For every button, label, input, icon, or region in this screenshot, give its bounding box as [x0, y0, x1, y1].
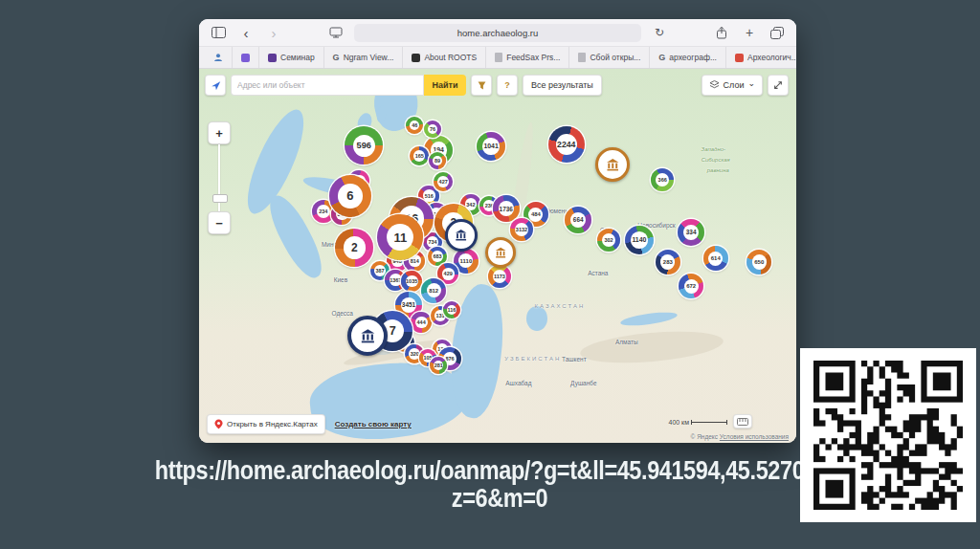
filter-button[interactable]	[471, 75, 492, 96]
back-button[interactable]: ‹	[236, 23, 256, 42]
relief-tien-shan	[579, 327, 724, 368]
map-cluster-marker[interactable]: 444	[411, 312, 432, 333]
qr-code	[813, 361, 963, 510]
help-button[interactable]: ?	[497, 75, 518, 96]
tab-label: Археологич...	[747, 53, 796, 62]
sidebar-toggle-icon[interactable]	[209, 23, 228, 42]
cluster-count: 1736	[499, 201, 514, 216]
google-favicon: G	[658, 53, 665, 62]
tab-археологич-[interactable]: Археологич...	[726, 47, 796, 68]
tab-favicon-1[interactable]	[233, 47, 259, 68]
cluster-count: 1035	[406, 275, 418, 288]
share-icon[interactable]	[712, 23, 731, 42]
museum-marker[interactable]	[595, 147, 630, 182]
cluster-count: 234	[317, 205, 330, 218]
tab-археограф-[interactable]: Gархеограф...	[650, 47, 726, 68]
find-button[interactable]: Найти	[424, 75, 466, 96]
map-canvas[interactable]: МинскКиевОдессаТюменьОмскНовосибирскАста…	[199, 69, 796, 443]
fullscreen-button[interactable]	[768, 75, 789, 96]
address-bar[interactable]: home.archaeolog.ru	[354, 24, 641, 42]
map-cluster-marker[interactable]: 596	[345, 126, 383, 165]
tab-семинар[interactable]: Семинар	[259, 47, 324, 68]
tab-about-roots[interactable]: About ROOTS	[403, 47, 486, 68]
map-right-controls: Слои ⌄	[702, 75, 789, 96]
geolocation-button[interactable]	[205, 75, 226, 96]
museum-marker[interactable]	[485, 237, 516, 268]
new-tab-button[interactable]: +	[740, 23, 759, 42]
map-cluster-marker[interactable]: 334	[678, 219, 704, 246]
qr-code-panel	[800, 348, 976, 522]
presentation-slide: ‹ › home.archaeolog.ru ↻ + СеминарGNgram…	[0, 0, 980, 549]
tab-сбой-откры-[interactable]: Сбой откры...	[569, 47, 650, 68]
map-cluster-marker[interactable]: 1035	[401, 271, 422, 292]
museum-icon	[605, 157, 621, 173]
cluster-count: 812	[427, 283, 441, 297]
map-cluster-marker[interactable]: 366	[651, 168, 674, 191]
site-favicon	[241, 54, 250, 62]
map-cluster-marker[interactable]: 89	[429, 152, 446, 169]
zoom-in-button[interactable]: +	[208, 121, 231, 144]
map-cluster-marker[interactable]: 614	[703, 246, 728, 271]
tab-group-icon[interactable]	[326, 23, 345, 42]
map-cluster-marker[interactable]: 1173	[488, 265, 511, 288]
map-cluster-marker[interactable]: 281	[430, 357, 447, 374]
cluster-count: 116	[447, 305, 457, 315]
map-cluster-marker[interactable]: 46	[406, 117, 423, 134]
ruler-button[interactable]	[733, 414, 752, 428]
cluster-count: 1173	[493, 270, 506, 283]
map-cluster-marker[interactable]: 2	[335, 229, 373, 267]
tab-label: Сбой откры...	[590, 53, 640, 62]
map-cluster-marker[interactable]: 650	[746, 250, 771, 274]
map-cluster-marker[interactable]: 165	[410, 146, 429, 165]
url-line-2: z=6&m=0	[130, 484, 870, 512]
map-label: Ашхабад	[505, 380, 531, 386]
layers-button[interactable]: Слои ⌄	[702, 75, 763, 96]
map-label: Душанбе	[570, 380, 596, 386]
tab-ngram-view-[interactable]: GNgram View...	[324, 47, 404, 68]
map-cluster-marker[interactable]: 283	[656, 250, 680, 274]
zoom-slider-handle[interactable]	[212, 194, 228, 203]
map-cluster-marker[interactable]: 1140	[625, 226, 654, 254]
cluster-count: 614	[708, 252, 723, 266]
tab-label: Семинар	[280, 53, 315, 62]
cluster-count: 3132	[515, 223, 528, 236]
map-cluster-marker[interactable]: 664	[565, 207, 591, 233]
open-in-yandex-maps-button[interactable]: Открыть в Яндекс.Картах	[207, 414, 325, 434]
map-cluster-marker[interactable]: 11	[377, 214, 423, 260]
tab-feedsax-prs-[interactable]: FeedSax Prs...	[486, 47, 569, 68]
tab-overview-icon[interactable]	[768, 23, 787, 42]
map-cluster-marker[interactable]: 1736	[493, 195, 520, 222]
search-input[interactable]	[231, 75, 424, 96]
map-cluster-marker[interactable]: 6	[329, 175, 371, 217]
map-cluster-marker[interactable]: 3132	[510, 218, 533, 241]
map-cluster-marker[interactable]: 116	[443, 301, 460, 318]
museum-marker[interactable]	[445, 219, 478, 252]
yandex-pin-icon	[214, 419, 223, 429]
map-cluster-marker[interactable]: 672	[679, 274, 703, 298]
reload-icon[interactable]: ↻	[650, 23, 669, 42]
map-cluster-marker[interactable]: 1041	[477, 132, 505, 161]
cluster-count: 2244	[556, 134, 577, 155]
tab-favicon-0[interactable]	[205, 47, 233, 68]
cluster-count: 2	[344, 236, 366, 258]
map-cluster-marker[interactable]: 2244	[548, 126, 585, 163]
cluster-count: 664	[570, 212, 586, 228]
map-label: Астана	[588, 270, 608, 276]
site-favicon	[412, 54, 420, 62]
map-cluster-marker[interactable]: 76	[424, 121, 441, 138]
map-cluster-marker[interactable]: 302	[597, 229, 620, 252]
museum-marker[interactable]	[347, 316, 388, 356]
zoom-slider-track[interactable]	[218, 144, 220, 211]
map-cluster-marker[interactable]: 427	[434, 172, 453, 191]
cluster-count: 650	[752, 254, 767, 269]
zoom-out-button[interactable]: −	[208, 211, 231, 234]
cluster-count: 281	[434, 361, 443, 370]
map-cluster-marker[interactable]: 812	[421, 278, 446, 303]
create-your-map-link[interactable]: Создать свою карту	[335, 420, 412, 428]
all-results-button[interactable]: Все результаты	[523, 75, 602, 96]
map-label: Одесса	[332, 310, 353, 317]
tab-bar: СеминарGNgram View...About ROOTSFeedSax …	[199, 47, 796, 69]
google-favicon: G	[333, 53, 340, 62]
forward-button[interactable]: ›	[264, 23, 283, 42]
terms-of-use-link[interactable]: Условия использования	[720, 433, 789, 440]
